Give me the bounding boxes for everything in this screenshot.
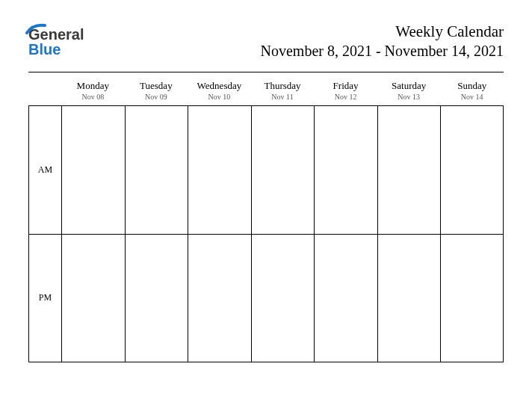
- header-divider: [28, 72, 504, 72]
- day-date: Nov 10: [188, 93, 251, 101]
- calendar-grid: Monday Nov 08 Tuesday Nov 09 Wednesday N…: [28, 77, 504, 362]
- day-name: Sunday: [440, 80, 504, 92]
- page-title: Weekly Calendar: [261, 22, 504, 41]
- day-name: Friday: [314, 80, 377, 92]
- cell-am-thu: [251, 105, 315, 234]
- row-label-pm: PM: [28, 234, 61, 362]
- cell-am-wed: [188, 105, 251, 234]
- cell-pm-mon: [61, 234, 125, 362]
- cell-pm-sat: [377, 234, 441, 362]
- cell-pm-tue: [125, 234, 188, 362]
- cell-pm-wed: [188, 234, 251, 362]
- day-name: Monday: [61, 80, 125, 92]
- row-label-am: AM: [28, 105, 61, 234]
- cell-am-sun: [440, 105, 504, 234]
- swoosh-icon: [25, 22, 46, 36]
- day-head-saturday: Saturday Nov 13: [377, 77, 441, 105]
- day-date: Nov 08: [61, 93, 125, 101]
- logo-part2: Blue: [28, 41, 61, 58]
- day-name: Tuesday: [125, 80, 188, 92]
- brand-logo: General Blue: [28, 22, 84, 57]
- day-name: Thursday: [251, 80, 315, 92]
- day-head-tuesday: Tuesday Nov 09: [125, 77, 188, 105]
- day-head-wednesday: Wednesday Nov 10: [188, 77, 251, 105]
- cell-am-mon: [61, 105, 125, 234]
- day-date: Nov 14: [440, 93, 504, 101]
- day-date: Nov 12: [314, 93, 377, 101]
- cell-pm-thu: [251, 234, 315, 362]
- cell-pm-fri: [314, 234, 377, 362]
- cell-am-sat: [377, 105, 441, 234]
- day-date: Nov 13: [377, 93, 441, 101]
- header-row: General Blue Weekly Calendar November 8,…: [28, 22, 504, 60]
- cell-am-fri: [314, 105, 377, 234]
- day-head-sunday: Sunday Nov 14: [440, 77, 504, 105]
- day-name: Wednesday: [188, 80, 251, 92]
- day-head-friday: Friday Nov 12: [314, 77, 377, 105]
- day-head-thursday: Thursday Nov 11: [251, 77, 315, 105]
- day-head-monday: Monday Nov 08: [61, 77, 125, 105]
- day-date: Nov 11: [251, 93, 315, 101]
- cell-pm-sun: [440, 234, 504, 362]
- day-date: Nov 09: [125, 93, 188, 101]
- day-name: Saturday: [377, 80, 441, 92]
- page-subtitle: November 8, 2021 - November 14, 2021: [261, 43, 504, 60]
- title-block: Weekly Calendar November 8, 2021 - Novem…: [261, 22, 504, 60]
- cell-am-tue: [125, 105, 188, 234]
- corner-blank: [28, 77, 61, 105]
